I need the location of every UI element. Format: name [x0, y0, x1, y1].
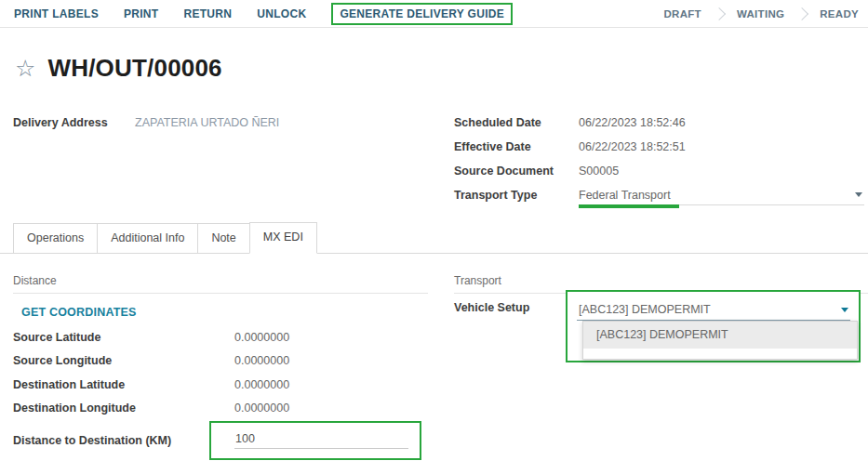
chevron-right-icon [795, 7, 808, 20]
scheduled-date-value: 06/22/2023 18:52:46 [579, 116, 686, 129]
header-right-fields: Scheduled Date 06/22/2023 18:52:46 Effec… [454, 111, 864, 207]
notebook-tabs: Operations Additional Info Note MX EDI [0, 224, 868, 254]
transport-type-value: Federal Transport [579, 189, 855, 202]
source-latitude-row: Source Latitude 0.0000000 [13, 325, 428, 349]
vehicle-setup-annotation: [ABC123] DEMOPERMIT [ABC123] DEMOPERMIT [566, 290, 861, 362]
effective-date-label: Effective Date [454, 140, 579, 153]
return-button[interactable]: RETURN [183, 7, 232, 20]
form-sheet: ☆ WH/OUT/00006 Delivery Address ZAPATERI… [0, 28, 868, 461]
source-latitude-label: Source Latitude [13, 331, 234, 344]
destination-longitude-row: Destination Longitude 0.0000000 [13, 397, 428, 421]
destination-latitude-value: 0.0000000 [234, 378, 289, 391]
generate-delivery-guide-button[interactable]: GENERATE DELIVERY GUIDE [340, 7, 504, 20]
unlock-button[interactable]: UNLOCK [257, 7, 306, 20]
delivery-address-value[interactable]: ZAPATERIA URTADO ÑERI [135, 116, 279, 129]
coordinate-rows: Source Latitude 0.0000000 Source Longitu… [13, 325, 428, 420]
distance-to-destination-label: Distance to Destination (KM) [13, 434, 209, 447]
page-title: WH/OUT/00006 [47, 54, 221, 83]
status-ready[interactable]: READY [820, 8, 859, 20]
vehicle-setup-value: [ABC123] DEMOPERMIT [577, 303, 841, 316]
tab-note[interactable]: Note [197, 223, 249, 253]
destination-longitude-value: 0.0000000 [234, 402, 289, 415]
status-waiting[interactable]: WAITING [737, 8, 784, 20]
tab-mx-edi[interactable]: MX EDI [249, 222, 317, 254]
source-document-row: Source Document S00005 [454, 159, 864, 183]
transport-section-title: Transport [454, 254, 868, 294]
source-longitude-value: 0.0000000 [234, 354, 289, 367]
effective-date-value: 06/22/2023 18:52:51 [579, 140, 686, 153]
favorite-star-icon[interactable]: ☆ [15, 57, 35, 80]
status-draft[interactable]: DRAFT [663, 8, 701, 20]
effective-date-row: Effective Date 06/22/2023 18:52:51 [454, 135, 864, 159]
distance-to-destination-row: Distance to Destination (KM) [13, 421, 428, 460]
delivery-address-label: Delivery Address [13, 116, 135, 129]
scheduled-date-row: Scheduled Date 06/22/2023 18:52:46 [454, 111, 864, 135]
control-panel: PRINT LABELS PRINT RETURN UNLOCK GENERAT… [0, 0, 868, 28]
distance-input-annotation [209, 421, 421, 460]
record-header: ☆ WH/OUT/00006 [15, 54, 222, 83]
tab-operations[interactable]: Operations [13, 223, 98, 253]
source-document-label: Source Document [454, 165, 579, 178]
transport-type-green-underline-annotation [579, 204, 679, 208]
status-bar: DRAFT WAITING READY [663, 8, 868, 20]
vehicle-setup-option[interactable]: [ABC123] DEMOPERMIT [583, 322, 857, 349]
vehicle-setup-dropdown[interactable]: [ABC123] DEMOPERMIT [577, 299, 850, 321]
print-labels-button[interactable]: PRINT LABELS [14, 7, 99, 20]
delivery-address-row: Delivery Address ZAPATERIA URTADO ÑERI [13, 116, 422, 129]
get-coordinates-button[interactable]: GET COORDINATES [21, 306, 137, 319]
transport-type-label: Transport Type [454, 189, 579, 202]
destination-latitude-label: Destination Latitude [13, 378, 234, 391]
caret-down-icon[interactable] [841, 308, 848, 312]
distance-section: Distance GET COORDINATES Source Latitude… [13, 254, 428, 460]
destination-latitude-row: Destination Latitude 0.0000000 [13, 373, 428, 397]
mx-edi-pane: Distance GET COORDINATES Source Latitude… [0, 254, 868, 461]
transport-section: Transport Vehicle Setup [ABC123] DEMOPER… [454, 254, 868, 294]
destination-longitude-label: Destination Longitude [13, 402, 234, 415]
vehicle-setup-label: Vehicle Setup [454, 301, 529, 314]
tab-additional-info[interactable]: Additional Info [97, 223, 198, 253]
generate-delivery-guide-annotation: GENERATE DELIVERY GUIDE [331, 3, 513, 25]
source-latitude-value: 0.0000000 [234, 331, 289, 344]
vehicle-setup-dropdown-menu: [ABC123] DEMOPERMIT [582, 321, 858, 360]
source-document-value: S00005 [579, 165, 619, 178]
print-button[interactable]: PRINT [124, 7, 159, 20]
source-longitude-row: Source Longitude 0.0000000 [13, 349, 428, 374]
scheduled-date-label: Scheduled Date [454, 116, 579, 129]
source-longitude-label: Source Longitude [13, 354, 234, 367]
chevron-right-icon [713, 7, 726, 20]
distance-section-title: Distance [13, 254, 428, 294]
transport-type-row: Transport Type Federal Transport [454, 183, 864, 207]
caret-down-icon[interactable] [855, 192, 862, 197]
distance-to-destination-input[interactable] [234, 432, 408, 449]
transport-type-dropdown[interactable]: Federal Transport [579, 185, 864, 205]
